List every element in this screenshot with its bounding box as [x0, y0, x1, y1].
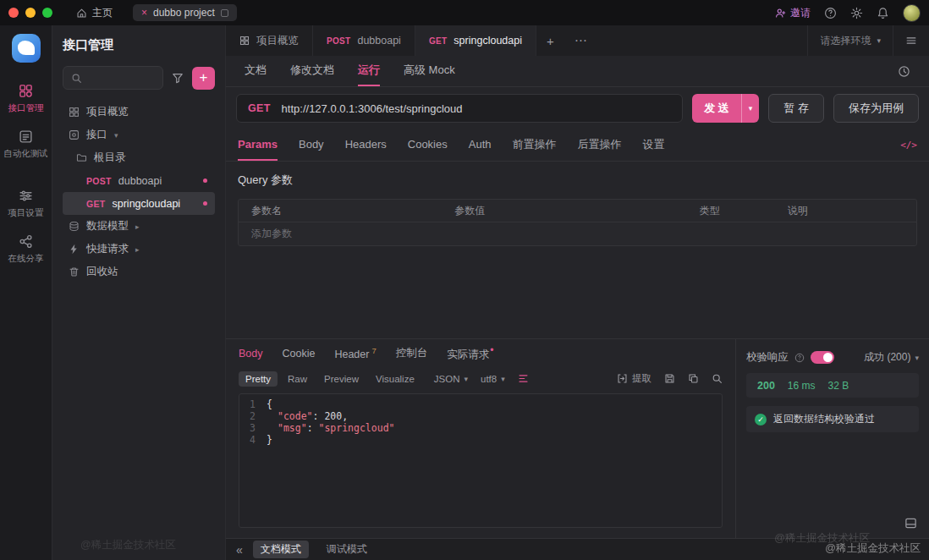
filter-icon[interactable] — [172, 72, 184, 84]
search-box[interactable] — [63, 66, 163, 90]
add-param-label[interactable]: 添加参数 — [239, 227, 442, 241]
chevron-down-icon[interactable]: ▾ — [114, 131, 118, 140]
check-icon: ✓ — [755, 414, 767, 425]
resptab-header[interactable]: Header7 — [334, 346, 376, 360]
rail-label: 接口管理 — [8, 102, 44, 114]
menu-icon[interactable] — [893, 25, 929, 56]
response-body-editor[interactable]: 1 { 2 "code" : 200 , 3 — [239, 393, 723, 528]
subtab-edit-doc[interactable]: 修改文档 — [290, 56, 334, 86]
response-status-bar: 200 16 ms 32 B — [746, 373, 919, 398]
chevron-right-icon[interactable]: ▸ — [135, 222, 140, 231]
view-visualize-button[interactable]: Visualize — [369, 371, 421, 387]
project-tab[interactable]: × dubbo project — [133, 4, 237, 21]
gear-icon[interactable] — [850, 7, 863, 19]
reqtab-cookies[interactable]: Cookies — [408, 129, 448, 161]
send-button[interactable]: 发 送 ▾ — [692, 94, 759, 123]
resptab-body[interactable]: Body — [239, 348, 263, 360]
validation-toggle[interactable] — [811, 351, 834, 364]
more-tabs-button[interactable]: ⋯ — [564, 25, 597, 56]
close-project-icon[interactable]: × — [141, 8, 147, 18]
save-icon[interactable] — [664, 373, 675, 384]
tab-get-springcloudapi[interactable]: GET springcloudapi — [415, 25, 536, 56]
share-icon — [19, 234, 33, 249]
tree-item-project-overview[interactable]: 项目概览 — [63, 101, 215, 124]
tree-item-recycle-bin[interactable]: 回收站 — [63, 261, 215, 283]
rail-item-online-share[interactable]: 在线分享 — [0, 227, 52, 272]
data-model-icon — [69, 221, 80, 232]
overview-grid-icon — [239, 36, 250, 46]
view-pretty-button[interactable]: Pretty — [239, 371, 278, 387]
url-input[interactable]: GET http://127.0.0.1:3006/test/springclo… — [236, 94, 683, 123]
resptab-actual-request[interactable]: 实际请求• — [447, 344, 493, 362]
add-param-row[interactable]: 添加参数 — [239, 222, 916, 245]
language-select[interactable]: JSON▾ — [434, 374, 468, 384]
format-icon[interactable] — [518, 373, 529, 384]
copy-icon[interactable] — [688, 373, 699, 384]
minimize-window-button[interactable] — [25, 8, 36, 18]
reqtab-auth[interactable]: Auth — [469, 129, 492, 161]
help-icon[interactable] — [824, 7, 837, 19]
chevron-right-icon[interactable]: ▸ — [135, 245, 140, 254]
reqtab-settings[interactable]: 设置 — [642, 129, 664, 161]
doc-mode-button[interactable]: 文档模式 — [253, 541, 309, 558]
subtab-advanced-mock[interactable]: 高级 Mock — [404, 56, 455, 86]
subtab-run[interactable]: 运行 — [358, 56, 380, 86]
history-icon[interactable] — [898, 56, 922, 86]
validation-result-select[interactable]: 成功 (200) ▾ — [864, 350, 919, 365]
bell-icon[interactable] — [877, 7, 889, 19]
tree-item-root-dir[interactable]: 根目录 — [63, 146, 215, 169]
view-preview-button[interactable]: Preview — [317, 371, 366, 387]
close-window-button[interactable] — [8, 8, 19, 18]
save-as-case-button[interactable]: 保存为用例 — [833, 94, 919, 123]
app-logo[interactable] — [12, 34, 41, 63]
tab-project-overview[interactable]: 项目概览 — [226, 25, 313, 56]
tab-bar-right: 请选择环境 ▾ — [807, 25, 929, 56]
collapse-sidebar-icon[interactable]: « — [236, 543, 243, 557]
reqtab-body[interactable]: Body — [299, 129, 324, 161]
invite-icon — [775, 8, 786, 19]
add-api-button[interactable]: + — [192, 67, 215, 90]
zoom-window-button[interactable] — [42, 8, 52, 18]
subtab-doc[interactable]: 文档 — [245, 56, 267, 86]
reqtab-post-op[interactable]: 后置操作 — [577, 129, 621, 161]
send-dropdown-icon[interactable]: ▾ — [741, 94, 760, 123]
reqtab-headers[interactable]: Headers — [345, 129, 387, 161]
code-token: { — [267, 398, 272, 410]
code-icon[interactable]: </> — [900, 129, 917, 161]
environment-select[interactable]: 请选择环境 ▾ — [807, 25, 893, 56]
panel-layout-icon[interactable] — [904, 517, 917, 530]
reqtab-params[interactable]: Params — [238, 129, 278, 161]
tree-item-api-group[interactable]: 接口 ▾ — [63, 124, 215, 146]
question-icon[interactable] — [794, 353, 805, 363]
code-token: "msg" — [278, 422, 307, 434]
trash-icon — [69, 266, 80, 277]
new-tab-button[interactable]: + — [536, 25, 564, 56]
rail-item-automation-test[interactable]: 自动化测试 — [0, 122, 52, 167]
tree-item-quick-request[interactable]: 快捷请求 ▸ — [63, 238, 215, 261]
tree-item-post-dubboapi[interactable]: POST dubboapi — [63, 169, 215, 192]
search-input[interactable] — [88, 72, 155, 84]
view-raw-button[interactable]: Raw — [281, 371, 314, 387]
tree-item-get-springcloudapi[interactable]: GET springcloudapi — [63, 192, 215, 215]
code-token: "code" — [278, 410, 313, 422]
resptab-cookie[interactable]: Cookie — [283, 348, 316, 360]
invite-button[interactable]: 邀请 — [775, 6, 811, 20]
charset-select[interactable]: utf8▾ — [481, 374, 505, 384]
debug-mode-button[interactable]: 调试模式 — [319, 541, 375, 558]
response-time: 16 ms — [788, 380, 816, 392]
home-button[interactable]: 主页 — [69, 3, 119, 23]
stash-button[interactable]: 暂 存 — [768, 94, 824, 123]
extract-button[interactable]: 提取 — [617, 372, 651, 385]
tab-post-dubboapi[interactable]: POST dubboapi — [313, 25, 415, 56]
search-response-icon[interactable] — [712, 373, 723, 384]
home-label: 主页 — [92, 6, 113, 20]
method-badge-get: GET — [429, 36, 447, 46]
tree-item-data-model[interactable]: 数据模型 ▸ — [63, 215, 215, 238]
tab-label: dubboapi — [357, 35, 400, 47]
avatar[interactable] — [903, 4, 921, 22]
resptab-console[interactable]: 控制台 — [396, 346, 428, 360]
reqtab-pre-op[interactable]: 前置操作 — [512, 129, 556, 161]
rail-item-project-settings[interactable]: 项目设置 — [0, 181, 52, 227]
chevron-down-icon: ▾ — [501, 375, 505, 383]
rail-item-api-management[interactable]: 接口管理 — [0, 76, 52, 122]
